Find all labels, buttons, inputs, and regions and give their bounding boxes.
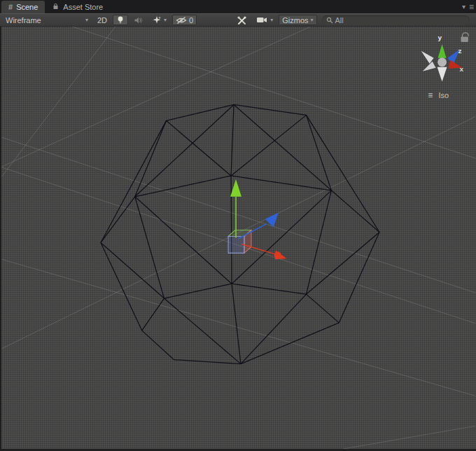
scene-tab-icon: #: [8, 4, 13, 11]
gizmos-dropdown[interactable]: Gizmos ▾: [279, 15, 316, 25]
2d-toggle-button[interactable]: 2D: [94, 15, 111, 25]
iso-label: Iso: [439, 91, 449, 99]
search-value: All: [335, 16, 344, 25]
tools-button[interactable]: [233, 15, 251, 25]
gizmo-center-sphere: [438, 57, 447, 67]
audio-toggle-button[interactable]: [130, 15, 146, 25]
unity-scene-window: # Scene Asset Store ▾ ≡ Wireframe ▾ 2D: [0, 0, 476, 451]
axis-cone--y: [438, 67, 447, 82]
scene-viewport[interactable]: yzx ≡Iso: [0, 27, 476, 451]
2d-label: 2D: [97, 16, 107, 25]
gizmos-label: Gizmos: [282, 16, 308, 25]
tab-asset-store-label: Asset Store: [63, 3, 103, 11]
search-icon: [326, 17, 333, 24]
shopping-bag-icon: [52, 3, 59, 11]
chevron-down-icon: ▾: [164, 18, 167, 23]
lightbulb-icon: [116, 15, 125, 25]
axis-cone-+y: [438, 44, 447, 58]
tab-scene[interactable]: # Scene: [1, 1, 45, 13]
scene-toolbar: Wireframe ▾ 2D ▾ 0: [0, 13, 476, 27]
move-tool-gizmo[interactable]: [228, 179, 287, 259]
effects-star-icon: [152, 15, 162, 25]
video-camera-icon: [256, 16, 268, 24]
tab-bar: # Scene Asset Store ▾ ≡: [0, 0, 476, 13]
scene-canvas[interactable]: yzx ≡Iso: [1, 27, 476, 449]
tab-scene-label: Scene: [16, 3, 38, 11]
orientation-gizmo[interactable]: yzx: [421, 34, 464, 82]
camera-dropdown-button[interactable]: ▾: [253, 15, 276, 25]
tab-dropdown-icon[interactable]: ▾: [462, 3, 465, 11]
move-gizmo-y-axis-head: [230, 179, 241, 197]
chevron-down-icon: ▾: [85, 18, 88, 23]
scene-search-field[interactable]: All: [322, 15, 470, 25]
tab-asset-store[interactable]: Asset Store: [45, 0, 110, 13]
iso-projection-toggle[interactable]: ≡Iso: [428, 90, 449, 100]
gizmo-cube-front-face: [228, 237, 244, 254]
iso-menu-icon: ≡: [428, 90, 433, 100]
hidden-count-label: 0: [189, 16, 193, 25]
chevron-down-icon: ▾: [311, 18, 314, 23]
move-gizmo-z-axis-head: [265, 213, 279, 228]
tab-menu-icon[interactable]: ≡: [469, 2, 473, 12]
eye-off-icon: [176, 16, 187, 25]
hidden-objects-button[interactable]: 0: [172, 15, 197, 25]
wrench-screwdriver-icon: [237, 15, 247, 25]
axis-label-y: y: [438, 34, 442, 41]
axis-cone--x: [421, 51, 434, 64]
speaker-icon: [134, 16, 143, 25]
shading-mode-label: Wireframe: [6, 16, 41, 25]
axis-label-z: z: [458, 47, 461, 55]
chevron-down-icon: ▾: [270, 18, 273, 23]
shading-mode-dropdown[interactable]: Wireframe ▾: [2, 15, 92, 25]
axis-label-x: x: [459, 65, 463, 73]
effects-dropdown-button[interactable]: ▾: [148, 15, 170, 25]
move-gizmo-x-axis-head: [275, 250, 287, 259]
lighting-toggle-button[interactable]: [113, 15, 128, 25]
lock-icon[interactable]: [461, 33, 468, 42]
